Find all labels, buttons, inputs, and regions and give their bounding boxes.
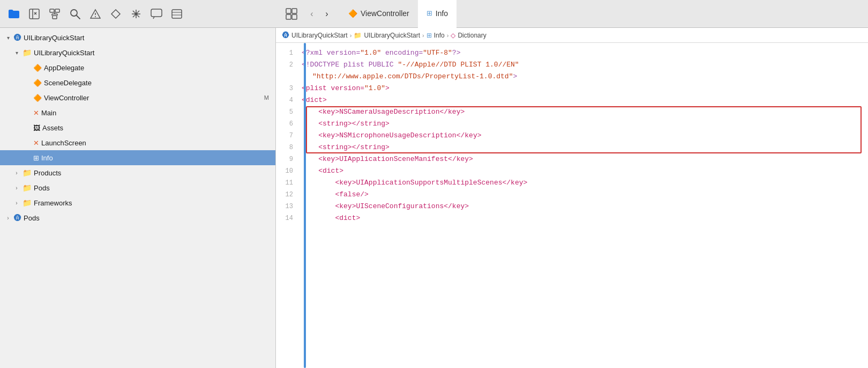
- storyboard-icon-launch: ✕: [33, 139, 39, 147]
- breadcrumb-root[interactable]: UILibraryQuickStart: [291, 32, 348, 39]
- hierarchy-icon[interactable]: [47, 6, 62, 21]
- line-num-4: 4: [276, 94, 302, 106]
- svg-rect-30: [286, 14, 291, 19]
- line-num-11: 11: [276, 177, 302, 189]
- highlight-region: 5 <key>NSCameraUsageDescription</key> 6 …: [276, 106, 868, 153]
- line-num-6: 6: [276, 118, 302, 130]
- sidebar-item-main[interactable]: ✕ Main: [0, 105, 275, 120]
- line-num-9: 9: [276, 153, 302, 165]
- line-content-9: <key>UIApplicationSceneManifest</key>: [302, 153, 868, 165]
- line-content-2: <!DOCTYPE plist PUBLIC "-//Apple//DTD PL…: [302, 59, 868, 71]
- code-line-8: 8 <string></string>: [276, 142, 868, 153]
- table-icon: ⊞: [426, 9, 432, 17]
- sidebar-label-launchscreen: LaunchScreen: [41, 139, 271, 147]
- sidebar-item-appdelegate[interactable]: 🔶 AppDelegate: [0, 60, 275, 75]
- code-line-7: 7 <key>NSMicrophoneUsageDescription</key…: [276, 130, 868, 142]
- sidebar-item-frameworks[interactable]: 📁 Frameworks: [0, 195, 275, 210]
- toolbar: ‹ › 🔶 ViewController ⊞ Info: [0, 0, 868, 28]
- breadcrumb-app-icon: 🅐: [282, 31, 289, 39]
- diamond-icon[interactable]: [108, 6, 123, 21]
- sidebar-label-main: Main: [41, 109, 271, 117]
- forward-arrow[interactable]: ›: [320, 8, 333, 20]
- sidebar-badge-viewcontroller: M: [264, 94, 271, 101]
- line-content-3: <plist version="1.0">: [302, 83, 868, 94]
- sidebar-item-pods2[interactable]: 🅐 Pods: [0, 210, 275, 225]
- line-content-1: <?xml version="1.0" encoding="UTF-8"?>: [302, 47, 868, 59]
- sidebar-item-pods[interactable]: 📁 Pods: [0, 180, 275, 195]
- line-content-5: <key>NSCameraUsageDescription</key>: [302, 106, 868, 118]
- breadcrumb-sep-3: ›: [447, 32, 449, 39]
- tabs-area: 🔶 ViewController ⊞ Info: [340, 0, 862, 28]
- disclosure-pods2[interactable]: [4, 214, 12, 222]
- sidebar-item-assets[interactable]: 🖼 Assets: [0, 120, 275, 135]
- code-line-1: 1 <?xml version="1.0" encoding="UTF-8"?>: [276, 47, 868, 59]
- breadcrumb-info[interactable]: Info: [434, 32, 445, 39]
- code-line-6: 6 <string></string>: [276, 118, 868, 130]
- layout-icon[interactable]: [284, 6, 299, 21]
- svg-line-22: [138, 11, 140, 13]
- search-icon[interactable]: [68, 6, 83, 21]
- disclosure-root[interactable]: [4, 34, 12, 41]
- star-grid-icon[interactable]: [129, 6, 144, 21]
- back-arrow[interactable]: ‹: [305, 8, 318, 20]
- svg-rect-31: [292, 14, 297, 19]
- disclosure-products[interactable]: [13, 169, 20, 176]
- svg-line-23: [133, 15, 135, 17]
- sidebar-item-root[interactable]: 🅐 UILibraryQuickStart: [0, 30, 275, 45]
- code-line-2b: "http://www.apple.com/DTDs/PropertyList-…: [276, 71, 868, 83]
- code-editor[interactable]: 1 <?xml version="1.0" encoding="UTF-8"?>…: [276, 43, 868, 368]
- line-num-12: 12: [276, 189, 302, 201]
- swift-icon: 🔶: [348, 9, 357, 18]
- breadcrumb-sep-2: ›: [422, 32, 424, 39]
- code-line-9: 9 <key>UIApplicationSceneManifest</key>: [276, 153, 868, 165]
- line-num-8: 8: [276, 142, 302, 153]
- sidebar-label-viewcontroller: ViewController: [44, 94, 262, 102]
- toolbar-left: [6, 6, 280, 21]
- tab-info[interactable]: ⊞ Info: [418, 0, 457, 28]
- bubble-icon[interactable]: [149, 6, 164, 21]
- line-num-1: 1: [276, 47, 302, 59]
- code-line-3: 3 <plist version="1.0">: [276, 83, 868, 94]
- line-content-12: <false/>: [302, 189, 868, 201]
- svg-rect-25: [172, 10, 182, 18]
- disclosure-group1[interactable]: [13, 49, 20, 56]
- close-panel-icon[interactable]: [27, 6, 42, 21]
- svg-rect-29: [292, 9, 297, 13]
- breadcrumb-bar: 🅐 UILibraryQuickStart › 📁 UILibraryQuick…: [276, 28, 868, 43]
- main-content: 🅐 UILibraryQuickStart 📁 UILibraryQuickSt…: [0, 28, 868, 368]
- sidebar-item-viewcontroller[interactable]: 🔶 ViewController M: [0, 90, 275, 105]
- editor-area: 🅐 UILibraryQuickStart › 📁 UILibraryQuick…: [276, 28, 868, 368]
- folder-pods-icon: 📁: [23, 183, 32, 192]
- line-content-8: <string></string>: [302, 142, 868, 153]
- disclosure-pods[interactable]: [13, 184, 20, 192]
- swift-icon-vc: 🔶: [33, 94, 42, 102]
- svg-line-12: [77, 16, 80, 19]
- sidebar-item-scenedelegate[interactable]: 🔶 SceneDelegate: [0, 75, 275, 90]
- line-num-2: 2: [276, 59, 302, 71]
- tab-viewcontroller[interactable]: 🔶 ViewController: [340, 0, 418, 28]
- breadcrumb-group[interactable]: UILibraryQuickStart: [364, 32, 420, 39]
- svg-rect-5: [55, 9, 59, 12]
- sidebar-item-launchscreen[interactable]: ✕ LaunchScreen: [0, 135, 275, 150]
- svg-point-15: [134, 12, 138, 16]
- code-line-4: 4 <dict>: [276, 94, 868, 106]
- code-line-12: 12 <false/>: [276, 189, 868, 201]
- svg-line-20: [133, 11, 135, 13]
- sidebar-label-info: Info: [41, 154, 271, 162]
- sidebar-item-products[interactable]: 📁 Products: [0, 165, 275, 180]
- sidebar-label-assets: Assets: [42, 124, 271, 132]
- sidebar-item-group1[interactable]: 📁 UILibraryQuickStart: [0, 45, 275, 60]
- folder-yellow-icon: 📁: [23, 48, 32, 57]
- breadcrumb-dictionary[interactable]: Dictionary: [458, 32, 486, 39]
- list-icon[interactable]: [169, 6, 184, 21]
- table-icon-info: ⊞: [33, 154, 39, 162]
- svg-rect-24: [151, 9, 162, 17]
- disclosure-frameworks[interactable]: [13, 199, 20, 207]
- line-content-2b: "http://www.apple.com/DTDs/PropertyList-…: [302, 71, 868, 83]
- sidebar-label-pods2: Pods: [24, 214, 271, 222]
- svg-point-14: [95, 16, 96, 17]
- folder-icon[interactable]: [6, 6, 21, 21]
- sidebar-item-info[interactable]: ⊞ Info: [0, 150, 275, 165]
- folder-frameworks-icon: 📁: [23, 198, 32, 207]
- warning-icon[interactable]: [88, 6, 103, 21]
